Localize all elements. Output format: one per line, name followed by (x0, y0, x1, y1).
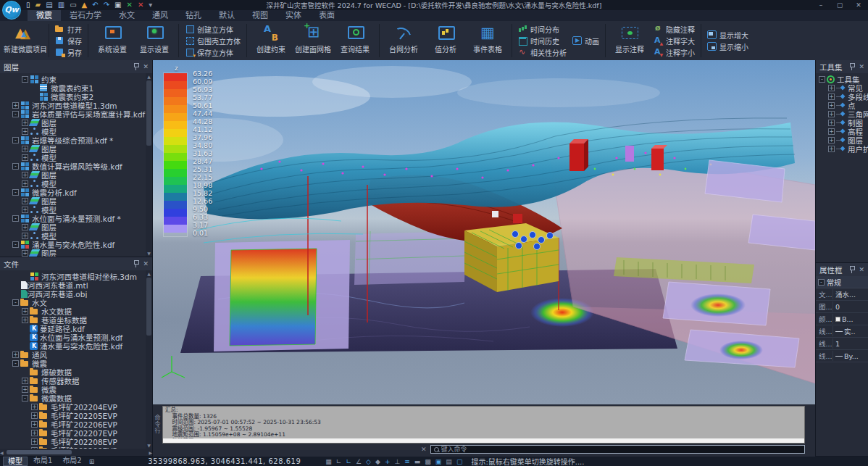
tree-item[interactable]: -微震分析.kdf (1, 188, 152, 196)
workspace-icon[interactable]: ▢ (456, 457, 463, 466)
snap-mode-icon[interactable]: ∟ (336, 457, 342, 466)
object-snap-icon[interactable]: ◇ (366, 457, 371, 466)
tree-item[interactable]: +模型 (1, 127, 152, 136)
tree-item[interactable]: +毛坪矿202204EVP (1, 402, 152, 411)
undo-icon[interactable]: ↶ (92, 1, 98, 9)
tree-item[interactable]: +模型 (1, 205, 152, 214)
animation-button[interactable]: 动画 (569, 35, 602, 46)
expand-toggle[interactable]: + (22, 378, 28, 384)
property-row[interactable]: 线...实.. (816, 325, 868, 338)
tab-默认[interactable]: 默认 (210, 10, 243, 21)
collapse-toggle[interactable]: - (22, 76, 28, 83)
minimize-button[interactable]: – (811, 1, 830, 9)
tab-视图[interactable]: 视图 (243, 10, 277, 21)
tree-item[interactable]: +图层 (817, 136, 868, 144)
expand-toggle[interactable]: + (828, 93, 835, 100)
property-row[interactable]: 图...0 (816, 301, 868, 313)
expand-toggle[interactable]: + (31, 421, 38, 428)
tree-item[interactable]: -水文 (1, 298, 152, 307)
collapse-toggle[interactable]: - (818, 279, 825, 286)
open-button[interactable]: 打开 (52, 23, 85, 35)
console-side-tab[interactable]: 命令行 (153, 406, 161, 442)
expand-toggle[interactable]: + (828, 85, 835, 91)
dynamic-ucs-icon[interactable]: ⊥ (394, 457, 400, 466)
layout-tab-模型[interactable]: 模型 (3, 457, 28, 466)
close-button[interactable]: ✕ (849, 1, 868, 9)
annotation-font-larger-button[interactable]: 注释字大 (651, 35, 698, 46)
create-cube-button[interactable]: 创建立方体 (182, 23, 243, 35)
lineweight-icon[interactable]: ▬ (414, 457, 421, 466)
toolbar-more-icon[interactable]: ▾ (149, 1, 152, 9)
add-layout-icon[interactable]: ⊞ (89, 458, 95, 465)
property-row[interactable]: 线...By... (816, 350, 868, 362)
pin-icon[interactable] (133, 260, 138, 267)
tree-item[interactable]: 微震表约束2 (1, 92, 152, 101)
polar-tracking-icon[interactable]: ∠ (356, 457, 362, 466)
annotation-font-smaller-button[interactable]: 注释字小 (651, 46, 698, 58)
expand-toggle[interactable]: + (22, 128, 28, 135)
query-results-button[interactable]: 查询结果 (334, 22, 376, 59)
console-log[interactable]: 汇总: 事件总数量: 1326 时间范围: 2025-07-01 00:57:5… (162, 406, 805, 444)
tree-item[interactable]: +模型 (1, 179, 152, 188)
tree-item[interactable]: +图层 (1, 170, 152, 179)
expand-toggle[interactable]: + (31, 404, 38, 410)
expand-toggle[interactable]: + (31, 412, 38, 419)
tab-微震[interactable]: 微震 (28, 10, 61, 21)
collapse-toggle[interactable]: - (22, 395, 28, 401)
tree-item[interactable]: +巷道坐标数据 (1, 315, 152, 324)
expand-toggle[interactable]: + (22, 120, 28, 126)
expand-toggle[interactable]: + (22, 317, 28, 323)
tree-item[interactable]: +图层 (1, 144, 152, 153)
property-row[interactable]: 线...1 (816, 338, 868, 350)
tree-item[interactable]: -微震 (1, 359, 152, 367)
command-input[interactable] (441, 446, 804, 453)
expand-toggle[interactable]: + (828, 128, 835, 135)
tree-item[interactable]: +通风 (1, 350, 152, 359)
save-all-icon[interactable]: ▥ (58, 1, 64, 9)
bounding-cube-button[interactable]: 包围壳立方体 (182, 35, 243, 46)
show-annotations-button[interactable]: 显示注释 (609, 22, 651, 59)
network-analysis-button[interactable]: 台网分析 (383, 22, 425, 59)
layers-scrollbar[interactable]: ▲▼ (146, 73, 152, 257)
app-logo-a-icon[interactable]: ▲ (82, 1, 88, 9)
pin-icon[interactable] (849, 63, 854, 70)
expand-toggle[interactable]: + (31, 438, 38, 445)
expand-toggle[interactable]: + (22, 207, 28, 213)
expand-toggle[interactable]: + (22, 250, 28, 257)
tab-水文[interactable]: 水文 (110, 10, 143, 21)
redo-icon[interactable]: ↷ (104, 1, 109, 9)
tree-item[interactable]: +毛坪矿202208EVP (1, 437, 152, 446)
property-row[interactable]: 文...涌水... (816, 288, 868, 301)
pin-icon[interactable] (849, 266, 854, 273)
viewport-3d[interactable]: z 63.2660.0956.9353.7750.6147.4444.2841.… (153, 60, 815, 404)
expand-toggle[interactable]: + (22, 180, 28, 187)
tree-item[interactable]: 河东河西巷道相对坐标.3dm (1, 272, 152, 280)
new-microseismic-project-button[interactable]: 新建微震项目 (4, 22, 46, 59)
tree-item[interactable]: +三角网 (817, 109, 868, 118)
tree-item[interactable]: +用户扩展 (817, 144, 868, 153)
tree-item[interactable]: +水文数据 (1, 307, 152, 315)
snap-3d-icon[interactable]: ◆ (375, 457, 380, 466)
property-row[interactable]: 颜...B... (816, 313, 868, 325)
time-distribution-button[interactable]: 时间分布 (515, 23, 569, 35)
save-button[interactable]: 保存 (52, 35, 85, 46)
tree-item[interactable]: +图层 (1, 118, 152, 127)
expand-toggle[interactable]: + (828, 146, 835, 152)
tree-item[interactable]: +传感器数据 (1, 376, 152, 385)
expand-toggle[interactable]: + (22, 233, 28, 239)
tree-item[interactable]: 微震表约束1 (1, 83, 152, 92)
collapse-toggle[interactable]: - (12, 163, 19, 170)
collapse-toggle[interactable]: - (12, 241, 19, 248)
event-table-button[interactable]: 事件表格 (467, 22, 509, 59)
expand-toggle[interactable]: + (31, 430, 38, 436)
clear-command-icon[interactable]: ✕ (421, 446, 427, 453)
maximize-button[interactable]: ▢ (830, 1, 849, 9)
tree-item[interactable]: -水位面与涌水量预测.kdf * (1, 214, 152, 222)
console-horizontal-scrollbar[interactable] (163, 438, 804, 443)
tree-item[interactable]: -工具集 (817, 75, 868, 83)
app-logo-icon[interactable]: Qw (2, 1, 21, 20)
save-cube-button[interactable]: 保存立方体 (182, 46, 243, 58)
tab-实体[interactable]: 实体 (277, 10, 310, 21)
close-view-green-icon[interactable]: ✕ (127, 1, 133, 9)
grid-display-icon[interactable]: ▦ (325, 457, 332, 466)
